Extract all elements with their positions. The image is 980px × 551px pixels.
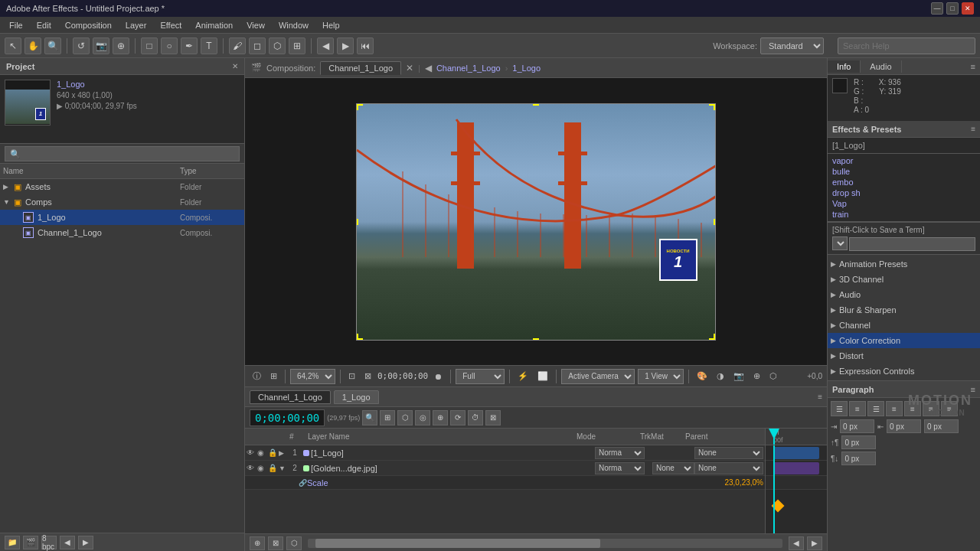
- exposure-btn[interactable]: ◑: [714, 370, 727, 383]
- layer2-trk-select[interactable]: None: [652, 462, 694, 474]
- tl-btn5[interactable]: ⟳: [450, 410, 466, 425]
- snap-btn[interactable]: ⊡: [345, 370, 358, 383]
- prev-btn[interactable]: ◀: [60, 536, 75, 549]
- pen-tool[interactable]: ✒: [181, 37, 198, 54]
- menu-edit[interactable]: Edit: [31, 19, 57, 31]
- playback-prev[interactable]: ⏮: [357, 37, 374, 54]
- menu-animation[interactable]: Animation: [189, 19, 239, 31]
- layer-row-1[interactable]: 👁 ◉ 🔒 ▶ 1 [1_Logo] Norma None: [245, 445, 765, 461]
- hand-tool[interactable]: ✋: [24, 37, 41, 54]
- effect-word-vapor[interactable]: vapor: [828, 155, 980, 166]
- fast-preview-btn[interactable]: ⚡: [514, 370, 531, 383]
- align-right-btn[interactable]: ☰: [867, 401, 884, 416]
- category-color-correction[interactable]: ▶ Color Correction: [828, 333, 980, 348]
- workspace-select[interactable]: Standard Minimal All Panels: [760, 37, 824, 54]
- corner-handle-tc[interactable]: [533, 104, 539, 110]
- text-tool[interactable]: T: [201, 37, 217, 54]
- menu-view[interactable]: View: [240, 19, 271, 31]
- project-item-channel1logo[interactable]: ▣ Channel_1_Logo Composi.: [0, 225, 244, 240]
- layer1-eye-icon[interactable]: 👁: [247, 448, 257, 457]
- corner-handle-tl[interactable]: [357, 104, 363, 110]
- zoom-tool[interactable]: 🔍: [44, 37, 61, 54]
- layer1-parent-select[interactable]: None: [694, 447, 763, 459]
- stamp-tool[interactable]: ⬡: [269, 37, 286, 54]
- effect-word-bulle[interactable]: bulle: [828, 166, 980, 177]
- tl-zoom-in[interactable]: ▶: [807, 536, 822, 550]
- timeline-panel-close[interactable]: ≡: [818, 393, 822, 401]
- comp-close[interactable]: ✕: [406, 63, 413, 73]
- space-before-input[interactable]: [841, 435, 876, 449]
- menu-effect[interactable]: Effect: [154, 19, 188, 31]
- layer2-eye-icon[interactable]: 👁: [247, 464, 257, 472]
- category-expression-controls[interactable]: ▶ Expression Controls: [828, 364, 980, 379]
- region-btn[interactable]: ⊠: [361, 370, 374, 383]
- tl-btn1[interactable]: ⊞: [380, 410, 395, 425]
- category-distort[interactable]: ▶ Distort: [828, 348, 980, 364]
- tl-bottom-btn2[interactable]: ⊠: [268, 536, 283, 550]
- quality-select[interactable]: Full Half Quarter: [456, 369, 505, 384]
- select-tool[interactable]: ↖: [5, 37, 21, 54]
- transparency-btn[interactable]: ⬜: [534, 370, 551, 383]
- tl-btn7[interactable]: ⊠: [485, 410, 501, 425]
- indent-right-input[interactable]: [887, 419, 921, 433]
- playback-fwd[interactable]: ▶: [337, 37, 354, 54]
- layer2-mode-select[interactable]: Norma: [595, 462, 645, 474]
- tl-bottom-btn3[interactable]: ⬡: [286, 536, 302, 550]
- category-audio[interactable]: ▶ Audio: [828, 287, 980, 302]
- tl-search[interactable]: 🔍: [362, 410, 377, 425]
- zoom-select[interactable]: 64,2% 100% 50%: [290, 369, 335, 384]
- timeline-scrollbar[interactable]: [308, 539, 782, 548]
- corner-handle-br[interactable]: [709, 334, 715, 340]
- category-3d-channel[interactable]: ▶ 3D Channel: [828, 272, 980, 287]
- comp-breadcrumb2[interactable]: 1_Logo: [512, 64, 541, 73]
- eraser-tool[interactable]: ◻: [249, 37, 266, 54]
- layer2-expand-icon[interactable]: ▼: [279, 465, 288, 472]
- minimize-button[interactable]: —: [931, 2, 943, 15]
- camera-select[interactable]: Active Camera: [561, 369, 635, 384]
- tl-btn2[interactable]: ⬡: [397, 410, 413, 425]
- tab-audio[interactable]: Audio: [861, 60, 901, 73]
- comp-breadcrumb1[interactable]: Channel_1_Logo: [436, 64, 501, 73]
- tl-zoom-out[interactable]: ◀: [789, 536, 804, 550]
- scale-chain-icon[interactable]: 🔗: [299, 479, 307, 487]
- info-panel-menu[interactable]: ≡: [966, 60, 980, 73]
- comp-nav-left[interactable]: ◀: [425, 63, 432, 73]
- menu-layer[interactable]: Layer: [119, 19, 153, 31]
- close-button[interactable]: ✕: [962, 2, 974, 15]
- rect-mask-tool[interactable]: □: [141, 37, 158, 54]
- menu-composition[interactable]: Composition: [59, 19, 118, 31]
- tl-bottom-btn1[interactable]: ⊕: [250, 536, 265, 550]
- align-center-btn[interactable]: ≡: [849, 401, 866, 416]
- category-blur-sharpen[interactable]: ▶ Blur & Sharpen: [828, 302, 980, 318]
- corner-handle-tr[interactable]: [709, 104, 715, 110]
- layer1-expand-icon[interactable]: ▶: [279, 449, 288, 457]
- justify-btn[interactable]: ≡: [886, 401, 903, 416]
- ellipse-mask-tool[interactable]: ○: [161, 37, 178, 54]
- save-term-input[interactable]: [849, 237, 975, 251]
- color-picker-btn[interactable]: 🎨: [694, 370, 710, 383]
- timeline-tab-1logo[interactable]: 1_Logo: [334, 390, 379, 404]
- search-help-input[interactable]: [838, 37, 975, 54]
- layer1-solo-icon[interactable]: ◉: [257, 448, 268, 457]
- layer2-parent-select[interactable]: None: [694, 462, 763, 474]
- menu-window[interactable]: Window: [273, 19, 315, 31]
- layer1-lock-icon[interactable]: 🔒: [268, 448, 279, 457]
- new-comp-btn[interactable]: 🎬: [23, 536, 38, 549]
- layer-row-2[interactable]: 👁 ◉ 🔒 ▼ 2 [Golden...dge.jpg] Norma None: [245, 461, 765, 476]
- save-term-type-select[interactable]: ▼: [832, 236, 848, 250]
- project-item-1logo[interactable]: ▣ 1_Logo Composi.: [0, 210, 244, 225]
- rotate-tool[interactable]: ↺: [73, 37, 90, 54]
- layer1-mode-select[interactable]: Norma: [595, 447, 645, 459]
- layer2-lock-icon[interactable]: 🔒: [268, 464, 279, 472]
- project-item-assets[interactable]: ▶ ▣ Assets Folder: [0, 179, 244, 194]
- category-channel[interactable]: ▶ Channel: [828, 318, 980, 333]
- effect-word-vap[interactable]: Vap: [828, 198, 980, 209]
- space-after-input[interactable]: [841, 452, 876, 465]
- effect-word-embo[interactable]: embo: [828, 177, 980, 187]
- viewer-info-btn[interactable]: ⓘ: [250, 369, 264, 383]
- pan-tool[interactable]: ⊕: [113, 37, 129, 54]
- tab-info[interactable]: Info: [828, 60, 861, 73]
- new-folder-btn[interactable]: 📁: [5, 536, 20, 549]
- effect-word-dropsh[interactable]: drop sh: [828, 187, 980, 198]
- brush-tool[interactable]: 🖌: [229, 37, 246, 54]
